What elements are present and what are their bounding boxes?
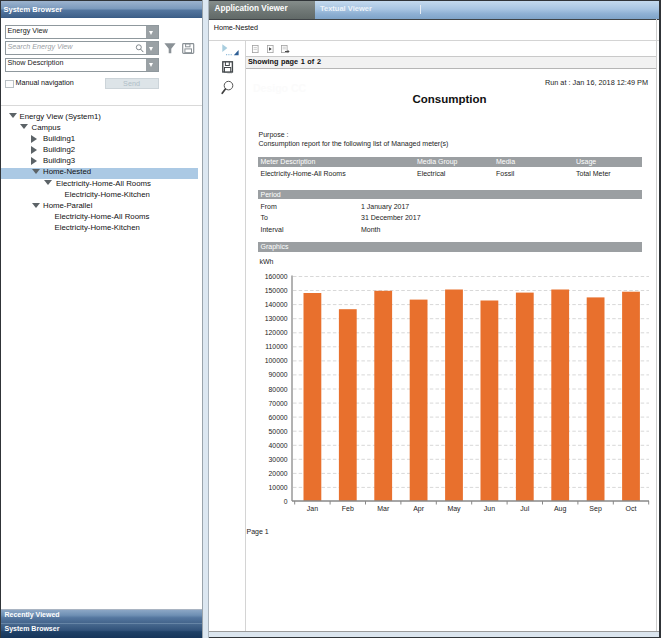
svg-text:150000: 150000 (265, 287, 288, 294)
svg-text:60000: 60000 (269, 414, 288, 421)
svg-text:70000: 70000 (269, 400, 288, 407)
svg-text:110000: 110000 (265, 343, 287, 350)
svg-text:50000: 50000 (269, 428, 288, 435)
svg-text:0: 0 (284, 498, 288, 505)
svg-text:10000: 10000 (269, 484, 288, 491)
svg-text:40000: 40000 (269, 442, 288, 449)
svg-text:140000: 140000 (265, 301, 288, 308)
svg-text:30000: 30000 (269, 456, 288, 463)
svg-text:Sep: Sep (589, 505, 602, 513)
svg-text:20000: 20000 (269, 470, 288, 477)
svg-text:Oct: Oct (626, 505, 637, 512)
svg-text:Mar: Mar (377, 505, 390, 512)
svg-text:120000: 120000 (265, 329, 288, 336)
svg-text:90000: 90000 (269, 371, 288, 378)
svg-text:Jul: Jul (520, 505, 529, 512)
svg-text:Jun: Jun (484, 505, 495, 512)
svg-text:100000: 100000 (265, 357, 288, 364)
svg-text:Feb: Feb (342, 505, 354, 512)
svg-text:80000: 80000 (269, 386, 288, 393)
svg-text:May: May (447, 505, 461, 513)
svg-text:130000: 130000 (265, 315, 288, 322)
svg-text:160000: 160000 (265, 273, 288, 280)
svg-text:Aug: Aug (554, 505, 567, 513)
svg-text:Jan: Jan (307, 505, 318, 512)
svg-text:Apr: Apr (413, 505, 425, 513)
